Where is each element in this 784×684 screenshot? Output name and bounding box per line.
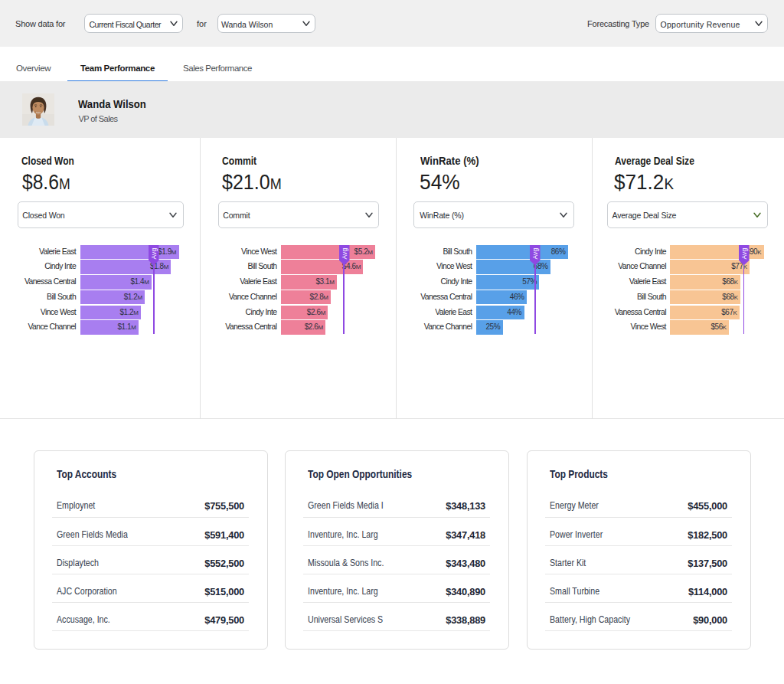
svg-text:Avg: Avg (740, 247, 748, 259)
svg-text:Avg: Avg (150, 247, 158, 259)
svg-text:Avg: Avg (531, 247, 539, 259)
svg-text:Avg: Avg (341, 247, 348, 259)
